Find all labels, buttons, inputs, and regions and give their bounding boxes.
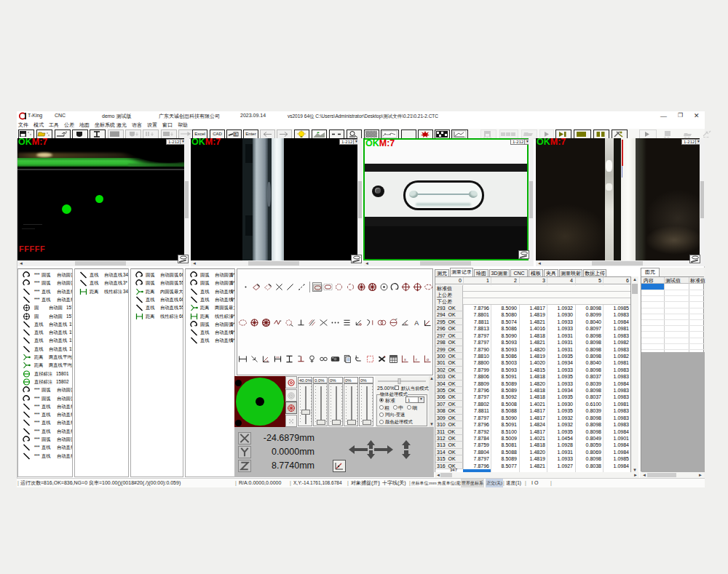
- svg-text:A: A: [414, 319, 419, 327]
- svg-text:r: r: [415, 357, 416, 362]
- svg-text:o: o: [427, 357, 429, 362]
- svg-text:x: x: [403, 357, 405, 362]
